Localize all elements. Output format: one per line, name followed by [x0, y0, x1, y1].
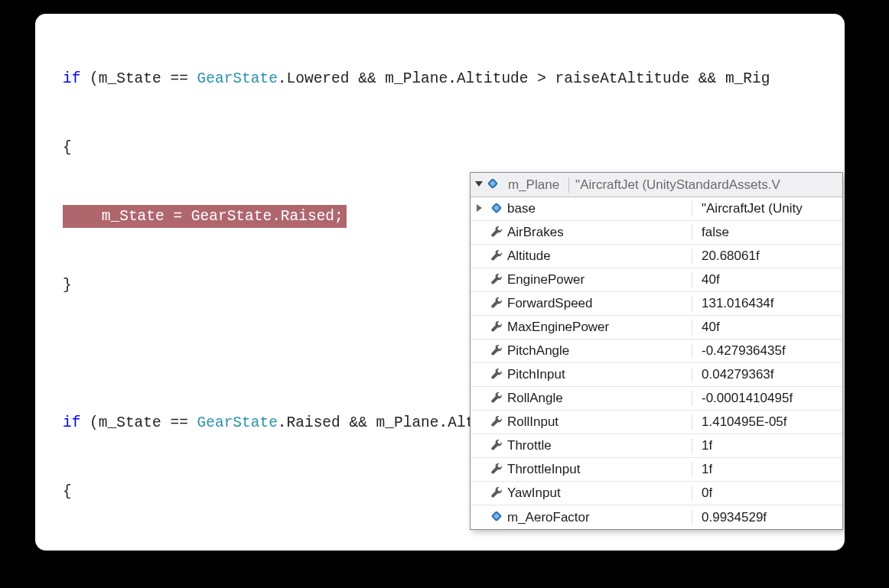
- property-icon: [490, 250, 503, 262]
- field-icon-wrap: [487, 203, 506, 215]
- datatip-row-value[interactable]: 131.016434f: [692, 296, 774, 311]
- datatip-row-value[interactable]: 1.410495E-05f: [692, 414, 787, 430]
- datatip-row-value[interactable]: -0.427936435f: [692, 343, 786, 359]
- datatip-row-value[interactable]: 20.68061f: [692, 249, 760, 264]
- datatip-row-name: EnginePower: [506, 272, 692, 288]
- property-icon: [490, 463, 503, 476]
- code-text: (m_State ==: [80, 414, 197, 431]
- datatip-row-name: MaxEnginePower: [506, 320, 692, 335]
- datatip-row[interactable]: AirBrakesfalse: [471, 221, 842, 245]
- datatip-variable-type: "AircraftJet (UnityStandardAssets.V: [568, 177, 780, 193]
- code-line: if (m_State == GearState.Lowered && m_Pl…: [35, 67, 845, 90]
- datatip-row[interactable]: m_AeroFactor0.9934529f: [471, 505, 842, 529]
- property-icon-wrap: [487, 463, 506, 476]
- datatip-row-name: RollAngle: [506, 391, 692, 406]
- datatip-row-value[interactable]: false: [692, 225, 729, 240]
- property-icon: [490, 440, 503, 452]
- code-text: (m_State ==: [80, 70, 197, 87]
- property-icon-wrap: [487, 487, 506, 499]
- chevron-right-icon[interactable]: [477, 204, 482, 212]
- datatip-variable-name: m_Plane: [503, 177, 564, 193]
- breakpoint-line[interactable]: m_State = GearState.Raised;: [63, 205, 347, 228]
- datatip-row[interactable]: Altitude20.68061f: [471, 245, 842, 268]
- datatip-row-value[interactable]: 0.9934529f: [692, 510, 767, 525]
- property-icon-wrap: [487, 345, 506, 357]
- datatip-row-name: ForwardSpeed: [506, 296, 692, 311]
- type-name: GearState: [197, 414, 278, 431]
- datatip-row[interactable]: MaxEnginePower40f: [471, 316, 842, 339]
- property-icon: [490, 226, 503, 239]
- field-icon: [491, 512, 503, 523]
- type-name: GearState: [197, 70, 278, 87]
- datatip-row-value[interactable]: 1f: [692, 438, 712, 453]
- property-icon: [490, 297, 503, 310]
- datatip-row-name: m_AeroFactor: [506, 510, 692, 525]
- property-icon-wrap: [487, 392, 506, 404]
- debugger-datatip[interactable]: m_Plane "AircraftJet (UnityStandardAsset…: [470, 172, 843, 530]
- datatip-row-name: RollInput: [506, 414, 692, 430]
- property-icon: [490, 274, 503, 286]
- datatip-row-value[interactable]: 40f: [692, 272, 720, 288]
- code-text: .Lowered && m_Plane.Altitude > raiseAtAl…: [278, 70, 770, 87]
- field-icon-wrap: [487, 512, 506, 523]
- datatip-row[interactable]: YawInput0f: [471, 482, 842, 505]
- datatip-row[interactable]: ThrottleInput1f: [471, 458, 842, 482]
- datatip-row-name: AirBrakes: [506, 225, 692, 240]
- expand-toggle[interactable]: [471, 204, 487, 213]
- code-line: {: [35, 136, 845, 159]
- datatip-row[interactable]: RollInput1.410495E-05f: [471, 411, 842, 434]
- property-icon: [490, 487, 503, 499]
- datatip-row[interactable]: base"AircraftJet (Unity: [471, 197, 842, 221]
- property-icon-wrap: [487, 416, 506, 428]
- property-icon: [490, 345, 503, 357]
- property-icon: [490, 321, 503, 333]
- datatip-row[interactable]: PitchAngle-0.427936435f: [471, 339, 842, 363]
- keyword: if: [63, 70, 80, 87]
- property-icon: [490, 416, 503, 428]
- property-icon: [490, 392, 503, 404]
- datatip-row-value[interactable]: -0.0001410495f: [692, 391, 793, 406]
- datatip-row-value[interactable]: 0.04279363f: [692, 367, 774, 382]
- field-icon: [491, 203, 503, 215]
- keyword: if: [63, 414, 80, 431]
- property-icon-wrap: [487, 274, 506, 286]
- datatip-row[interactable]: Throttle1f: [471, 434, 842, 458]
- datatip-row-name: base: [506, 201, 692, 216]
- datatip-header[interactable]: m_Plane "AircraftJet (UnityStandardAsset…: [471, 173, 842, 197]
- code-line: m_State = GearState.Lowered;: [35, 549, 845, 551]
- datatip-row-name: YawInput: [506, 486, 692, 501]
- datatip-row-name: PitchAngle: [506, 343, 692, 359]
- object-icon: [487, 179, 499, 190]
- property-icon-wrap: [487, 321, 506, 333]
- datatip-row-value[interactable]: "AircraftJet (Unity: [692, 201, 803, 216]
- datatip-row-name: ThrottleInput: [506, 462, 692, 477]
- datatip-row-value[interactable]: 0f: [692, 486, 712, 501]
- property-icon-wrap: [487, 226, 506, 239]
- datatip-row-value[interactable]: 40f: [692, 320, 720, 335]
- property-icon-wrap: [487, 250, 506, 262]
- datatip-row-name: Altitude: [506, 249, 692, 264]
- property-icon: [490, 369, 503, 381]
- datatip-body: base"AircraftJet (UnityAirBrakesfalseAlt…: [471, 197, 842, 529]
- datatip-row[interactable]: ForwardSpeed131.016434f: [471, 292, 842, 316]
- datatip-row[interactable]: PitchInput0.04279363f: [471, 363, 842, 387]
- datatip-row[interactable]: RollAngle-0.0001410495f: [471, 387, 842, 411]
- editor-window: if (m_State == GearState.Lowered && m_Pl…: [35, 14, 845, 551]
- property-icon-wrap: [487, 369, 506, 381]
- datatip-row-name: Throttle: [506, 438, 692, 453]
- datatip-row-name: PitchInput: [506, 367, 692, 382]
- expand-toggle-icon[interactable]: [475, 181, 483, 187]
- datatip-row-value[interactable]: 1f: [692, 462, 712, 477]
- datatip-row[interactable]: EnginePower40f: [471, 268, 842, 292]
- property-icon-wrap: [487, 440, 506, 452]
- property-icon-wrap: [487, 297, 506, 310]
